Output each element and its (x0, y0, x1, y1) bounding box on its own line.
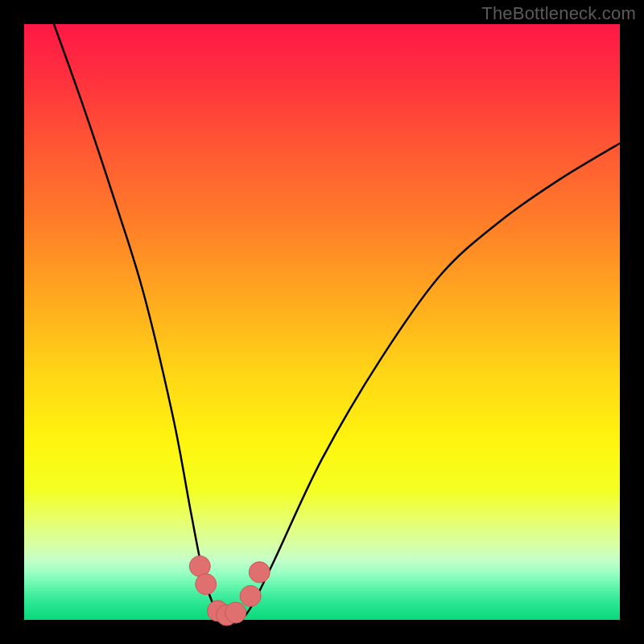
bottleneck-curve-path (54, 24, 620, 621)
marker-lobe-left-lower (196, 574, 217, 595)
marker-lobe-right-lower (240, 585, 261, 606)
chart-frame: TheBottleneck.com (0, 0, 644, 644)
plot-area (24, 24, 620, 620)
chart-svg (24, 24, 620, 620)
watermark-text: TheBottleneck.com (481, 3, 636, 24)
curve-markers (189, 555, 270, 625)
bottleneck-curve (54, 24, 620, 621)
marker-lobe-right-upper (249, 562, 270, 583)
marker-lobe-bottom-3 (225, 602, 246, 623)
